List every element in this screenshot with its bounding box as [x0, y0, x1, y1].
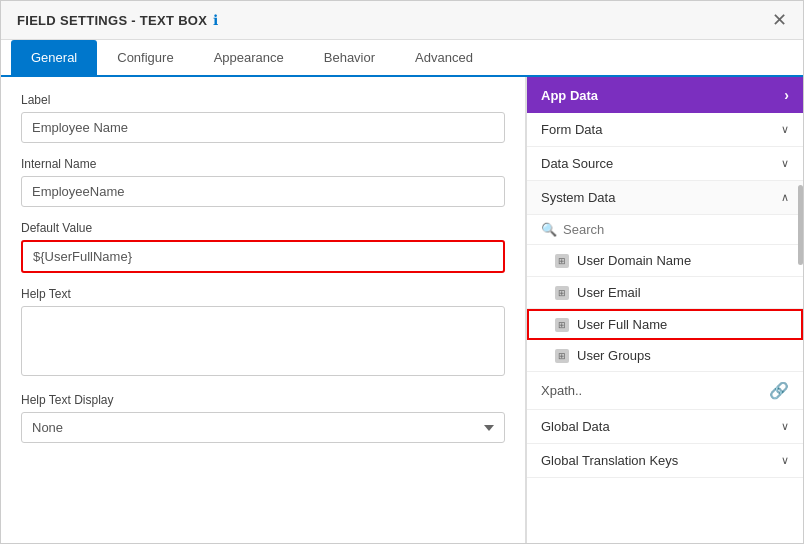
system-data-label: System Data [541, 190, 615, 205]
system-data-row[interactable]: System Data ∧ [527, 181, 803, 215]
form-data-label: Form Data [541, 122, 602, 137]
scrollbar[interactable] [798, 185, 803, 265]
user-full-name-icon: ⊞ [555, 318, 569, 332]
tab-general[interactable]: General [11, 40, 97, 77]
xpath-row[interactable]: Xpath.. 🔗 [527, 372, 803, 410]
label-field-label: Label [21, 93, 505, 107]
user-domain-icon: ⊞ [555, 254, 569, 268]
label-input[interactable] [21, 112, 505, 143]
help-text-display-label: Help Text Display [21, 393, 505, 407]
label-field-group: Label [21, 93, 505, 143]
help-text-display-field-group: Help Text Display None Tooltip Inline [21, 393, 505, 443]
data-source-row[interactable]: Data Source ∨ [527, 147, 803, 181]
dialog-title: FIELD SETTINGS - TEXT BOX [17, 13, 207, 28]
data-source-chevron-icon: ∨ [781, 157, 789, 170]
data-section: Form Data ∨ Data Source ∨ System Data ∧ … [527, 113, 803, 543]
default-value-label: Default Value [21, 221, 505, 235]
global-translation-keys-row[interactable]: Global Translation Keys ∨ [527, 444, 803, 478]
help-text-display-select[interactable]: None Tooltip Inline [21, 412, 505, 443]
right-panel: App Data › Form Data ∨ Data Source ∨ Sys… [526, 77, 803, 543]
xpath-label: Xpath.. [541, 383, 582, 398]
internal-name-input[interactable] [21, 176, 505, 207]
help-text-label: Help Text [21, 287, 505, 301]
global-translation-keys-label: Global Translation Keys [541, 453, 678, 468]
global-translation-chevron-icon: ∨ [781, 454, 789, 467]
user-groups-icon: ⊞ [555, 349, 569, 363]
tab-advanced[interactable]: Advanced [395, 40, 493, 77]
help-text-textarea[interactable] [21, 306, 505, 376]
user-email-item[interactable]: ⊞ User Email [527, 277, 803, 309]
user-full-name-item[interactable]: ⊞ User Full Name [527, 309, 803, 340]
user-domain-name-item[interactable]: ⊞ User Domain Name [527, 245, 803, 277]
content-area: Label Internal Name Default Value Help T… [1, 77, 803, 543]
xpath-link-icon[interactable]: 🔗 [769, 381, 789, 400]
system-data-chevron-icon: ∧ [781, 191, 789, 204]
dialog-header: FIELD SETTINGS - TEXT BOX ℹ ✕ [1, 1, 803, 40]
search-row: 🔍 [527, 215, 803, 245]
info-icon[interactable]: ℹ [213, 12, 218, 28]
help-text-field-group: Help Text [21, 287, 505, 379]
tab-configure[interactable]: Configure [97, 40, 193, 77]
left-panel: Label Internal Name Default Value Help T… [1, 77, 526, 543]
data-source-label: Data Source [541, 156, 613, 171]
tab-behavior[interactable]: Behavior [304, 40, 395, 77]
user-full-name-label: User Full Name [577, 317, 667, 332]
user-domain-name-label: User Domain Name [577, 253, 691, 268]
tabs-bar: General Configure Appearance Behavior Ad… [1, 40, 803, 77]
user-groups-label: User Groups [577, 348, 651, 363]
app-data-label: App Data [541, 88, 598, 103]
app-data-header[interactable]: App Data › [527, 77, 803, 113]
default-value-input[interactable] [21, 240, 505, 273]
close-button[interactable]: ✕ [772, 11, 787, 29]
search-icon: 🔍 [541, 222, 557, 237]
global-data-row[interactable]: Global Data ∨ [527, 410, 803, 444]
default-value-field-group: Default Value [21, 221, 505, 273]
user-groups-item[interactable]: ⊞ User Groups [527, 340, 803, 372]
internal-name-field-group: Internal Name [21, 157, 505, 207]
app-data-chevron-icon: › [784, 87, 789, 103]
user-email-icon: ⊞ [555, 286, 569, 300]
form-data-row[interactable]: Form Data ∨ [527, 113, 803, 147]
user-email-label: User Email [577, 285, 641, 300]
form-data-chevron-icon: ∨ [781, 123, 789, 136]
field-settings-dialog: FIELD SETTINGS - TEXT BOX ℹ ✕ General Co… [0, 0, 804, 544]
global-data-chevron-icon: ∨ [781, 420, 789, 433]
internal-name-label: Internal Name [21, 157, 505, 171]
global-data-label: Global Data [541, 419, 610, 434]
tab-appearance[interactable]: Appearance [194, 40, 304, 77]
search-input[interactable] [563, 222, 789, 237]
